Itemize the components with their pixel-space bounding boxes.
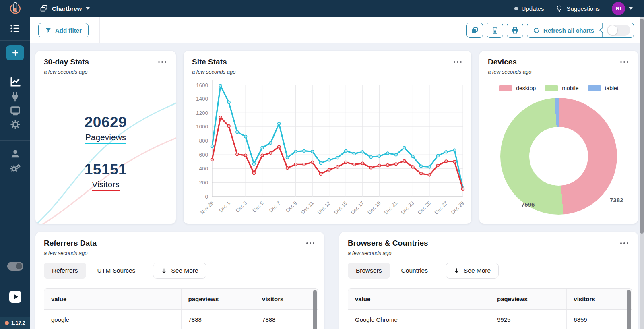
column-header[interactable]: pageviews [181,289,255,310]
auto-refresh-toggle-knob [608,25,617,35]
theme-toggle-knob [16,263,22,269]
window-icon [40,4,48,12]
column-header[interactable]: value [44,289,181,310]
legend-swatch [499,85,512,91]
sidebar-item-dashboards[interactable] [0,22,30,35]
legend-label: tablet [605,85,619,91]
svg-text:Dec 5: Dec 5 [252,200,265,213]
sidebar-item-team-settings[interactable] [0,163,30,175]
group-notch-divider [599,23,604,38]
legend-item-tablet[interactable]: tablet [588,85,619,91]
see-more-button[interactable]: See More [446,263,499,279]
card-title: Browsers & Countries [348,239,428,248]
tab-countries[interactable]: Countries [393,263,436,279]
project-selector[interactable]: Chartbrew [40,4,90,12]
kpi-metric: 20629Pageviews [85,115,127,144]
see-more-button[interactable]: See More [153,263,206,279]
sidebar-expand-button[interactable] [0,291,30,303]
kpi-metrics: 20629Pageviews15151Visitors [35,82,176,224]
column-header[interactable]: visitors [255,289,318,310]
card-title: Site Stats [192,58,227,66]
avatar[interactable]: RI [612,2,625,15]
legend-item-desktop[interactable]: desktop [499,85,536,91]
svg-text:Dec 9: Dec 9 [285,200,298,213]
card-menu-button[interactable] [306,242,314,244]
connections-plug-icon [10,91,21,102]
updates-button[interactable]: Updates [514,5,544,12]
chartbrew-flask-icon [9,2,22,15]
column-header[interactable]: pageviews [490,289,567,310]
kpi-value: 15151 [85,162,127,178]
donut-value-desktop: 7382 [610,197,623,203]
print-icon [511,27,519,34]
chartbrew-logo[interactable] [0,2,30,15]
see-more-label: See More [464,267,491,274]
card-menu-button[interactable] [620,242,628,244]
sidebar-item-settings[interactable] [0,119,30,130]
arrow-down-icon [161,268,167,274]
svg-text:800: 800 [199,138,208,144]
svg-text:Dec 19: Dec 19 [367,200,382,215]
table-scrollbar[interactable] [313,290,317,329]
column-header[interactable]: value [348,289,490,310]
print-button[interactable] [507,23,523,38]
table-scrollbar[interactable] [627,290,631,329]
copy-icon [471,27,479,34]
sidebar-item-connections[interactable] [0,91,30,102]
donut-legend: desktopmobiletablet [479,85,638,91]
dashboard-list-icon [9,22,21,35]
card-updated: a few seconds ago [488,69,531,75]
updates-dot-icon [514,7,518,10]
svg-text:600: 600 [199,152,208,158]
table-header-row: valuepageviewsvisitors [348,289,632,310]
copy-dashboard-button[interactable] [466,23,483,38]
card-menu-button[interactable] [158,61,166,63]
svg-text:Dec 11: Dec 11 [300,200,315,215]
legend-item-mobile[interactable]: mobile [545,85,578,91]
card-menu-button[interactable] [454,61,462,63]
tab-bar: BrowsersCountriesSee More [348,263,499,279]
svg-text:1200: 1200 [196,110,208,116]
export-excel-button[interactable] [487,23,503,38]
sidebar-item-charts[interactable] [0,76,30,88]
create-plus-icon [12,49,19,56]
sidebar-create-button[interactable] [0,45,30,60]
svg-text:Dec 15: Dec 15 [333,200,348,215]
card-devices: Devices a few seconds ago desktopmobilet… [479,51,638,224]
auto-refresh-toggle[interactable] [607,25,630,36]
svg-text:Nov 29: Nov 29 [199,200,215,215]
theme-toggle-track[interactable] [7,262,23,271]
toolbar-divider [99,17,100,43]
dashboard-toolbar: Add filter [30,17,644,43]
settings-gear-icon [10,119,21,130]
line-chart: 02004006008001000120014001600Nov 29Dec 1… [184,74,471,224]
card-menu-button[interactable] [620,61,628,63]
add-filter-button[interactable]: Add filter [38,23,89,37]
left-sidebar: 1.17.2 [0,17,30,329]
suggestions-button[interactable]: Suggestions [556,5,600,12]
sidebar-divider [0,40,30,41]
card-updated: a few seconds ago [44,250,87,256]
card-site-stats: Site Stats a few seconds ago 02004006008… [184,51,471,224]
table-row: google78887888 [44,310,318,329]
page-scrollbar-thumb[interactable] [640,19,644,234]
chevron-down-icon [86,7,90,10]
version-badge: 1.17.2 [0,317,30,329]
team-settings-gears-icon [9,163,21,175]
kpi-label: Visitors [92,180,119,191]
filter-funnel-icon [45,27,52,33]
sidebar-item-profile[interactable] [0,148,30,159]
user-menu[interactable]: RI [612,2,633,15]
card-30-day-stats: 30-day Stats a few seconds ago 20629Page… [35,51,176,224]
sidebar-item-display[interactable] [0,105,30,116]
see-more-label: See More [171,267,198,274]
refresh-group: Refresh all charts [527,23,634,38]
svg-text:Dec 29: Dec 29 [450,200,465,215]
tab-utm-sources[interactable]: UTM Sources [89,263,144,279]
column-header[interactable]: visitors [567,289,632,310]
svg-text:Dec 25: Dec 25 [417,200,432,215]
theme-toggle[interactable] [0,262,30,271]
tab-referrers[interactable]: Referrers [44,263,86,279]
tab-browsers[interactable]: Browsers [348,263,390,279]
refresh-all-charts-button[interactable]: Refresh all charts [527,27,599,34]
